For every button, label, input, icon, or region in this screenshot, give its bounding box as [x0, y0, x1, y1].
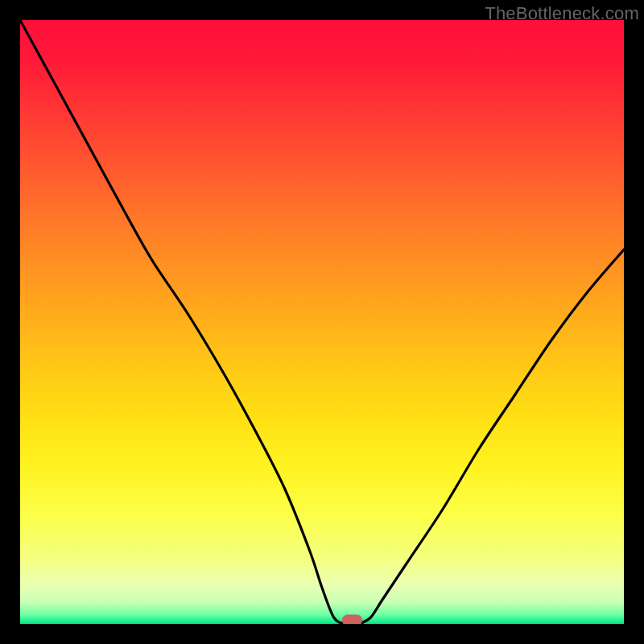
- bottleneck-chart: [20, 20, 624, 624]
- optimal-point-marker: [343, 615, 362, 624]
- watermark-label: TheBottleneck.com: [485, 3, 639, 24]
- chart-frame: TheBottleneck.com: [0, 0, 644, 644]
- gradient-background: [20, 20, 624, 624]
